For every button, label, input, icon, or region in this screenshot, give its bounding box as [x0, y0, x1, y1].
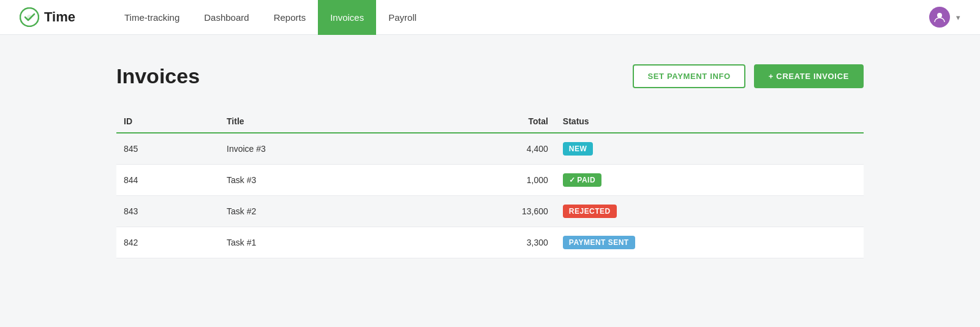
svg-point-2: [937, 13, 942, 18]
col-header-title: Title: [219, 110, 410, 133]
table-row[interactable]: 844 Task #3 1,000 ✓PAID: [116, 165, 864, 196]
svg-point-1: [27, 15, 32, 20]
avatar-caret: ▾: [956, 13, 960, 22]
cell-total: 13,600: [410, 196, 556, 227]
table-row[interactable]: 845 Invoice #3 4,400 NEW: [116, 133, 864, 165]
cell-status: REJECTED: [556, 196, 864, 227]
nav-payroll[interactable]: Payroll: [376, 0, 429, 35]
cell-id: 844: [116, 165, 219, 196]
cell-status: ✓PAID: [556, 165, 864, 196]
cell-id: 843: [116, 196, 219, 227]
set-payment-info-button[interactable]: SET PAYMENT INFO: [633, 64, 745, 88]
status-badge: REJECTED: [563, 205, 617, 218]
brand-icon: [20, 7, 39, 27]
nav-reports[interactable]: Reports: [262, 0, 318, 35]
main-content: Invoices SET PAYMENT INFO + CREATE INVOI…: [92, 35, 888, 283]
table-row[interactable]: 843 Task #2 13,600 REJECTED: [116, 196, 864, 227]
page-header: Invoices SET PAYMENT INFO + CREATE INVOI…: [116, 64, 864, 88]
cell-title: Task #1: [219, 227, 410, 258]
table-header-row: ID Title Total Status: [116, 110, 864, 133]
cell-total: 3,300: [410, 227, 556, 258]
nav-right: ▾: [929, 7, 960, 28]
cell-total: 1,000: [410, 165, 556, 196]
col-header-total: Total: [410, 110, 556, 133]
col-header-status: Status: [556, 110, 864, 133]
nav-invoices[interactable]: Invoices: [318, 0, 376, 35]
create-invoice-button[interactable]: + CREATE INVOICE: [754, 64, 864, 88]
cell-id: 842: [116, 227, 219, 258]
invoice-table: ID Title Total Status 845 Invoice #3 4,4…: [116, 110, 864, 258]
user-icon: [933, 11, 946, 23]
page-title: Invoices: [116, 64, 200, 88]
cell-status: NEW: [556, 133, 864, 165]
cell-title: Task #2: [219, 196, 410, 227]
navbar: Time Time-tracking Dashboard Reports Inv…: [0, 0, 980, 35]
cell-status: PAYMENT SENT: [556, 227, 864, 258]
col-header-id: ID: [116, 110, 219, 133]
cell-title: Task #3: [219, 165, 410, 196]
status-badge: NEW: [563, 142, 593, 156]
avatar[interactable]: [929, 7, 950, 28]
status-badge: ✓PAID: [563, 173, 601, 187]
cell-total: 4,400: [410, 133, 556, 165]
nav-time-tracking[interactable]: Time-tracking: [112, 0, 192, 35]
brand-logo[interactable]: Time: [20, 7, 75, 27]
cell-id: 845: [116, 133, 219, 165]
nav-links: Time-tracking Dashboard Reports Invoices…: [112, 0, 929, 35]
status-badge: PAYMENT SENT: [563, 236, 635, 249]
table-row[interactable]: 842 Task #1 3,300 PAYMENT SENT: [116, 227, 864, 258]
header-actions: SET PAYMENT INFO + CREATE INVOICE: [633, 64, 864, 88]
brand-name: Time: [44, 9, 75, 25]
cell-title: Invoice #3: [219, 133, 410, 165]
nav-dashboard[interactable]: Dashboard: [192, 0, 261, 35]
